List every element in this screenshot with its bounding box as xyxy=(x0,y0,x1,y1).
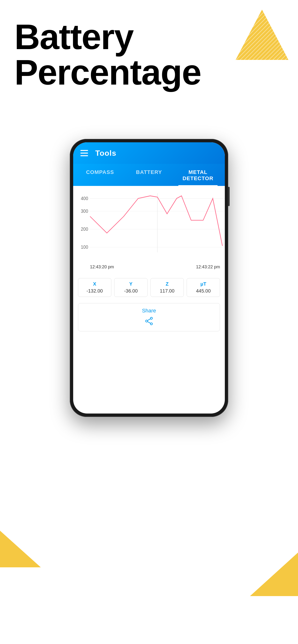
metal-detector-chart: 400 300 200 100 xyxy=(76,191,225,262)
svg-point-12 xyxy=(151,317,152,319)
triangle-bottom-left-decoration xyxy=(0,524,41,567)
header-title: Tools xyxy=(95,149,116,158)
hamburger-menu-icon[interactable] xyxy=(80,150,88,156)
chart-area: 400 300 200 100 12: xyxy=(73,186,225,274)
title-area: Battery Percentage xyxy=(0,19,298,90)
tab-compass[interactable]: COMPASS xyxy=(76,164,124,186)
svg-text:100: 100 xyxy=(81,244,88,250)
phone-side-button xyxy=(228,187,230,206)
triangle-bottom-right-decoration xyxy=(250,548,298,596)
share-label: Share xyxy=(83,308,215,314)
svg-text:300: 300 xyxy=(81,209,88,214)
phone-mockup: Tools COMPASS BATTERY METAL DETECTOR 400 xyxy=(70,139,228,417)
sensor-z: Z 117.00 xyxy=(151,278,184,297)
timestamp-end: 12:43:22 pm xyxy=(196,264,220,270)
sensor-values-row: X -132.00 Y -36.00 Z 117.00 μT 445.00 xyxy=(73,274,225,301)
svg-text:400: 400 xyxy=(81,196,88,201)
svg-line-15 xyxy=(147,319,151,320)
svg-line-16 xyxy=(147,322,151,324)
tab-battery[interactable]: BATTERY xyxy=(124,164,174,186)
svg-point-13 xyxy=(146,320,147,322)
sensor-ut: μT 445.00 xyxy=(187,278,220,297)
sensor-y: Y -36.00 xyxy=(114,278,147,297)
share-icon xyxy=(144,316,154,326)
title-line2: Percentage xyxy=(14,54,284,90)
phone-outer-shell: Tools COMPASS BATTERY METAL DETECTOR 400 xyxy=(70,139,228,417)
phone-screen: Tools COMPASS BATTERY METAL DETECTOR 400 xyxy=(73,142,225,414)
timestamp-start: 12:43:20 pm xyxy=(90,264,114,270)
title-line1: Battery xyxy=(14,19,284,54)
chart-timestamps: 12:43:20 pm 12:43:22 pm xyxy=(76,264,225,272)
svg-point-14 xyxy=(151,323,152,325)
sensor-x: X -132.00 xyxy=(78,278,111,297)
share-section[interactable]: Share xyxy=(78,303,220,331)
svg-text:200: 200 xyxy=(81,227,88,232)
tab-metal-detector[interactable]: METAL DETECTOR xyxy=(174,164,222,186)
tabs-bar: COMPASS BATTERY METAL DETECTOR xyxy=(73,164,225,186)
app-header: Tools xyxy=(73,142,225,164)
